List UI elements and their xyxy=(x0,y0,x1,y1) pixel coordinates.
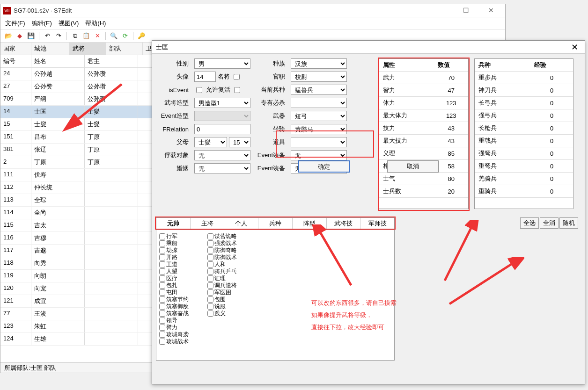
skill-item[interactable]: 调兵遣将 xyxy=(207,282,237,289)
famous-checkbox[interactable] xyxy=(234,74,240,80)
select-all-button[interactable]: 全选 xyxy=(520,217,539,229)
skill-item[interactable]: 筑寨御敌 xyxy=(159,303,189,310)
save-icon[interactable]: 💾 xyxy=(27,32,35,40)
menu-edit[interactable]: 编辑(E) xyxy=(32,19,52,28)
col-country[interactable]: 国家 xyxy=(0,43,31,55)
col-unit[interactable]: 部队 xyxy=(106,43,143,55)
troop-row[interactable]: 长弓兵0 xyxy=(475,97,573,109)
paste-icon[interactable]: 📋 xyxy=(82,32,90,40)
model-label: 武将造型 xyxy=(158,99,191,107)
maximize-button[interactable]: ☐ xyxy=(457,7,474,15)
cur-troop-select[interactable]: 猛兽兵 xyxy=(291,85,347,95)
troop-header-key: 兵种 xyxy=(475,59,530,72)
parent-name-select[interactable]: 士燮 xyxy=(194,137,227,147)
skill-item[interactable]: 乘船 xyxy=(159,240,189,246)
menu-bar: 文件(F) 编辑(E) 视图(V) 帮助(H) xyxy=(0,17,505,29)
menu-file[interactable]: 文件(F) xyxy=(5,19,25,28)
troop-row[interactable]: 羌骑兵0 xyxy=(475,173,573,185)
delete-icon[interactable]: ✕ xyxy=(93,32,102,40)
undo-icon[interactable]: ↶ xyxy=(43,32,51,40)
skill-item[interactable]: 说服 xyxy=(207,303,237,310)
parent-label: 父母 xyxy=(158,138,191,146)
skill-item[interactable]: 包扎 xyxy=(159,282,189,289)
skill-item[interactable]: 军医困 xyxy=(207,289,237,296)
revive-checkbox[interactable] xyxy=(234,87,240,93)
skill-item[interactable]: 人和 xyxy=(207,261,237,267)
skill-item[interactable]: 攻城战术 xyxy=(159,338,189,345)
skill-item[interactable]: 领导 xyxy=(159,317,189,324)
title-bar: VII SG7·001.s2v · S7Edit — ☐ ✕ xyxy=(0,4,505,17)
app-icon: VII xyxy=(3,7,11,14)
skill-item[interactable]: 证理 xyxy=(207,275,237,282)
book-icon[interactable]: ◆ xyxy=(15,32,24,40)
avatar-label: 头像 xyxy=(158,72,191,81)
copy-icon[interactable]: ⧉ xyxy=(71,32,79,40)
skill-item[interactable]: 臂力 xyxy=(159,324,189,331)
skill-item[interactable]: 践义 xyxy=(207,310,237,317)
event-model-select[interactable] xyxy=(194,111,250,121)
skill-item[interactable]: 筑寨奋战 xyxy=(159,310,189,317)
gender-select[interactable]: 男 xyxy=(194,58,250,69)
col-general[interactable]: 武将 xyxy=(70,43,106,55)
troop-row[interactable]: 重步兵0 xyxy=(475,72,573,84)
troop-row[interactable]: 长枪兵0 xyxy=(475,122,573,135)
random-button[interactable]: 随机 xyxy=(559,217,578,229)
race-select[interactable]: 汉族 xyxy=(291,58,347,69)
skill-item[interactable]: 防御战术 xyxy=(207,254,237,260)
skill-item[interactable]: 开路 xyxy=(159,254,189,260)
avatar-input[interactable] xyxy=(194,72,216,82)
menu-help[interactable]: 帮助(H) xyxy=(85,19,106,28)
skill-item[interactable]: 筑寨节约 xyxy=(159,296,189,303)
weapon-select[interactable]: 短弓 xyxy=(291,111,347,121)
search-icon[interactable]: 🔍 xyxy=(110,32,118,40)
troop-row[interactable]: 神刀兵0 xyxy=(475,84,573,97)
parent-id-select[interactable]: 15 xyxy=(229,137,250,147)
troop-header-val: 经验 xyxy=(530,59,573,72)
cancel-button[interactable]: 取消 xyxy=(387,160,439,173)
col-name[interactable]: 姓名 xyxy=(31,55,85,67)
skill-item[interactable]: 强袭战术 xyxy=(207,240,237,246)
open-icon[interactable]: 📂 xyxy=(4,32,13,40)
close-button[interactable]: ✕ xyxy=(483,7,500,15)
skill-item[interactable]: 王道 xyxy=(159,261,189,267)
redo-icon[interactable]: ↷ xyxy=(54,32,63,40)
troop-row[interactable]: 重骑兵0 xyxy=(475,185,573,198)
skill-item[interactable]: 谋营诡略 xyxy=(207,233,237,239)
skill-item[interactable]: 骑兵乒乓 xyxy=(207,268,237,274)
model-select[interactable]: 男造型1 xyxy=(194,98,250,108)
minimize-button[interactable]: — xyxy=(432,7,449,15)
troop-row[interactable]: 重戟兵0 xyxy=(475,135,573,147)
menu-view[interactable]: 视图(V) xyxy=(59,19,79,28)
skill-item[interactable]: 包围 xyxy=(207,296,237,303)
col-id[interactable]: 编号 xyxy=(0,55,31,67)
gender-label: 性别 xyxy=(158,59,191,68)
frel-input[interactable] xyxy=(194,124,250,134)
dialog-body: 性别 男 种族 汉族 头像 名将 官职 校尉 isEvent 允许复活 当前兵种… xyxy=(152,54,585,178)
skill-item[interactable]: 防御奇略 xyxy=(207,247,237,253)
skill-item[interactable]: 劫掠 xyxy=(159,247,189,253)
isevent-checkbox[interactable] xyxy=(196,87,202,93)
skill-list[interactable]: 行军乘船劫掠开路王道人望医疗包扎屯田筑寨节约筑寨御敌筑寨奋战领导臂力攻城奇袭攻城… xyxy=(156,230,395,361)
key-icon[interactable]: 🔑 xyxy=(137,32,146,40)
capture-select[interactable]: 无 xyxy=(194,150,250,160)
office-select[interactable]: 校尉 xyxy=(291,72,347,82)
dialog-title: 士匡 xyxy=(156,43,168,51)
skill-item[interactable]: 人望 xyxy=(159,268,189,274)
dialog-close-button[interactable]: ✕ xyxy=(568,42,581,52)
isevent-label: isEvent xyxy=(158,87,191,94)
col-city[interactable]: 城池 xyxy=(31,43,70,55)
col-lord[interactable]: 君主 xyxy=(85,55,138,67)
troop-row[interactable]: 强弓兵0 xyxy=(475,109,573,122)
skill-item[interactable]: 屯田 xyxy=(159,289,189,296)
refresh-icon[interactable]: ⟳ xyxy=(121,32,129,40)
troop-row[interactable]: 强弩兵0 xyxy=(475,147,573,160)
dialog-title-bar: 士匡 ✕ xyxy=(152,41,585,54)
unique-select[interactable] xyxy=(291,98,347,108)
deselect-all-button[interactable]: 全消 xyxy=(540,217,559,229)
skill-item[interactable]: 行军 xyxy=(159,233,189,239)
skill-item[interactable]: 医疗 xyxy=(159,275,189,282)
annotation-box-weapon xyxy=(276,130,374,158)
troop-table[interactable]: 兵种 经验 重步兵0神刀兵0长弓兵0强弓兵0长枪兵0重戟兵0强弩兵0重弩兵0羌骑… xyxy=(474,58,573,209)
skill-item[interactable]: 攻城奇袭 xyxy=(159,331,189,338)
ok-button[interactable]: 确定 xyxy=(298,160,350,173)
